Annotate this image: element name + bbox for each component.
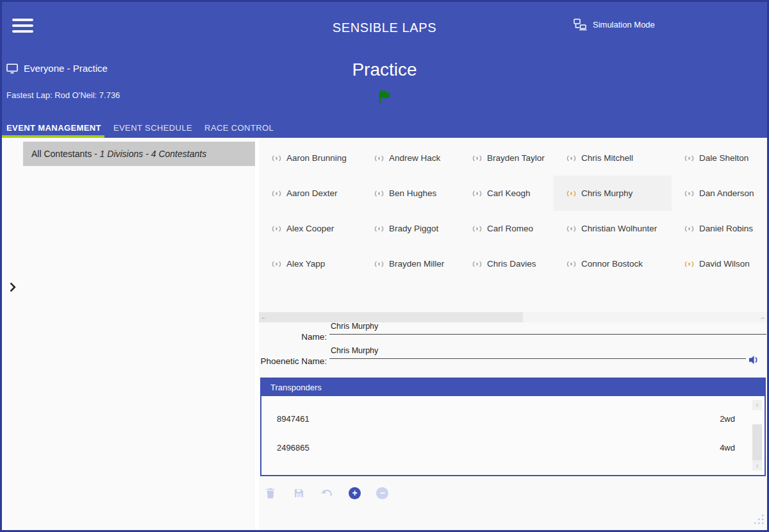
transponder-row[interactable]: 24968654wd	[261, 433, 765, 462]
contestant-group-row[interactable]: All Contestants - 1 Divisions - 4 Contes…	[23, 142, 255, 166]
transponder-signal-icon	[684, 155, 694, 162]
transponder-signal-icon	[566, 190, 576, 197]
tab-event-schedule[interactable]: EVENT SCHEDULE	[112, 122, 194, 134]
name-field-label: Name:	[259, 332, 327, 342]
contestant-carl-keogh[interactable]: Carl Keogh	[459, 176, 554, 211]
transponder-signal-icon	[272, 190, 281, 197]
green-flag-icon	[376, 88, 393, 108]
name-input[interactable]	[329, 320, 766, 335]
add-transponder-button[interactable]: +	[349, 487, 361, 499]
transponder-signal-icon	[374, 261, 384, 267]
tab-race-control[interactable]: RACE CONTROL	[203, 122, 275, 134]
group-label: All Contestants -	[31, 149, 100, 159]
contestant-carl-romeo[interactable]: Carl Romeo	[459, 211, 554, 246]
transponder-id: 2496865	[277, 443, 310, 453]
contestant-name: Alex Yapp	[286, 259, 325, 269]
phonetic-name-field-label: Phoenetic Name:	[259, 356, 327, 366]
race-flag-status	[2, 88, 767, 108]
contestant-name: Dale Shelton	[699, 153, 748, 163]
group-detail: 1 Divisions - 4 Contestants	[100, 149, 207, 159]
contestant-name: Ben Hughes	[389, 188, 436, 198]
contestant-alex-cooper[interactable]: Alex Cooper	[259, 211, 361, 246]
contestant-chris-murphy[interactable]: Chris Murphy	[554, 176, 672, 211]
contestant-name: David Wilson	[699, 259, 750, 269]
speak-phonetic-button[interactable]	[748, 355, 761, 365]
contestant-name: Chris Davies	[487, 259, 536, 269]
contestant-christian-wolhunter[interactable]: Christian Wolhunter	[554, 211, 672, 246]
speaker-icon	[748, 356, 760, 367]
simulation-mode-indicator[interactable]: Simulation Mode	[574, 19, 655, 31]
save-button[interactable]	[292, 486, 305, 499]
tab-bar: EVENT MANAGEMENT EVENT SCHEDULE RACE CON…	[5, 122, 275, 134]
contestant-chris-davies[interactable]: Chris Davies	[459, 246, 554, 281]
record-toolbar: + −	[264, 486, 388, 499]
transponder-row[interactable]: 89474612wd	[261, 404, 765, 433]
contestant-aaron-dexter[interactable]: Aaron Dexter	[259, 176, 361, 211]
contestant-name: Connor Bostock	[581, 259, 643, 269]
contestant-david-wilson[interactable]: David Wilson	[672, 246, 767, 281]
scroll-left-arrow[interactable]: ←	[259, 312, 269, 322]
transponder-signal-icon	[566, 155, 576, 162]
transponders-panel-title: Transponders	[261, 379, 765, 396]
scroll-up-arrow[interactable]: ↑	[752, 400, 762, 410]
vertical-scrollbar[interactable]: ↑ ↓	[752, 400, 762, 470]
contestant-name: Chris Murphy	[581, 188, 633, 198]
contestants-grid: Aaron BrunningAaron DexterAlex CooperAle…	[259, 140, 767, 281]
transponder-signal-icon	[472, 261, 482, 267]
contestant-dan-anderson[interactable]: Dan Anderson	[672, 176, 767, 211]
transponder-signal-icon	[684, 190, 694, 197]
contestant-name: Brayden Miller	[389, 259, 444, 269]
contestant-andrew-hack[interactable]: Andrew Hack	[361, 140, 459, 176]
transponder-type: 2wd	[720, 414, 735, 424]
transponder-signal-icon	[472, 155, 482, 162]
contestant-name: Aaron Brunning	[286, 153, 347, 163]
transponder-signal-icon	[472, 190, 482, 197]
app-window: SENSIBLE LAPS Simulation Mode Everyone -	[0, 0, 769, 532]
contestant-name: Alex Cooper	[286, 224, 334, 233]
header: SENSIBLE LAPS Simulation Mode Everyone -	[2, 2, 767, 138]
contestant-name: Andrew Hack	[389, 153, 440, 163]
transponder-signal-icon	[272, 155, 281, 162]
contestant-brayden-miller[interactable]: Brayden Miller	[361, 246, 459, 281]
contestant-aaron-brunning[interactable]: Aaron Brunning	[259, 140, 361, 176]
tab-event-management[interactable]: EVENT MANAGEMENT	[5, 122, 103, 134]
network-computers-icon	[574, 19, 588, 31]
contestant-name: Chris Mitchell	[581, 153, 633, 163]
transponder-signal-icon	[272, 261, 281, 267]
contestant-name: Christian Wolhunter	[581, 224, 657, 233]
transponder-id: 8947461	[277, 414, 310, 424]
transponders-panel: Transponders 89474612wd24968654wd ↑ ↓	[260, 378, 766, 476]
contestant-alex-yapp[interactable]: Alex Yapp	[259, 246, 361, 281]
transponder-signal-icon	[566, 261, 576, 267]
phonetic-name-input[interactable]	[329, 345, 746, 359]
contestant-connor-bostock[interactable]: Connor Bostock	[554, 246, 672, 281]
remove-transponder-button[interactable]: −	[376, 487, 388, 499]
transponder-signal-icon	[374, 226, 384, 232]
contestant-brady-piggot[interactable]: Brady Piggot	[361, 211, 459, 246]
undo-button[interactable]	[320, 486, 333, 499]
contestant-name: Daniel Robins	[699, 224, 753, 233]
trash-icon	[266, 488, 275, 499]
transponder-signal-icon	[374, 190, 384, 197]
contestant-name: Dan Anderson	[699, 188, 754, 198]
window-resize-grip[interactable]	[752, 512, 765, 528]
contestant-daniel-robins[interactable]: Daniel Robins	[672, 211, 767, 246]
transponder-signal-icon	[684, 261, 694, 267]
scroll-down-arrow[interactable]: ↓	[752, 460, 762, 470]
delete-button[interactable]	[264, 486, 277, 499]
transponder-signal-icon	[374, 155, 384, 162]
simulation-mode-label: Simulation Mode	[593, 20, 655, 29]
undo-arrow-icon	[321, 488, 333, 497]
contestant-name: Carl Romeo	[487, 224, 533, 233]
contestant-name: Brayden Taylor	[487, 153, 545, 163]
floppy-disk-icon	[294, 488, 304, 498]
contestant-name: Brady Piggot	[389, 224, 438, 233]
contestant-dale-shelton[interactable]: Dale Shelton	[672, 140, 767, 176]
contestant-ben-hughes[interactable]: Ben Hughes	[361, 176, 459, 211]
vscroll-thumb[interactable]	[752, 424, 762, 461]
contestant-brayden-taylor[interactable]: Brayden Taylor	[459, 140, 554, 176]
contestant-name: Aaron Dexter	[286, 188, 338, 198]
group-expander-chevron[interactable]	[9, 282, 21, 294]
contestant-chris-mitchell[interactable]: Chris Mitchell	[554, 140, 672, 176]
transponder-type: 4wd	[720, 443, 735, 453]
